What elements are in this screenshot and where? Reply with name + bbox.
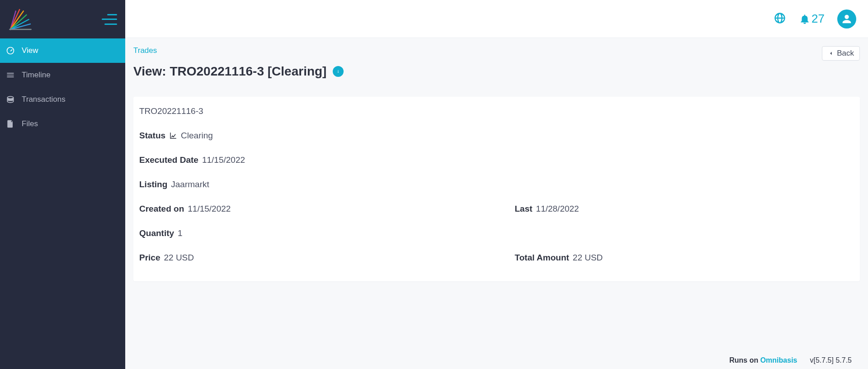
file-icon (5, 119, 15, 128)
back-button[interactable]: Back (822, 46, 860, 61)
sidebar-item-label: View (22, 46, 38, 55)
field-value: 11/15/2022 (188, 204, 231, 214)
notifications-button[interactable]: 27 (799, 12, 825, 26)
field-value: Jaarmarkt (171, 180, 209, 189)
footer-runs-prefix: Runs on (729, 356, 760, 364)
footer-brand-link[interactable]: Omnibasis (760, 356, 797, 364)
bell-icon (799, 13, 811, 25)
breadcrumb-trades[interactable]: Trades (133, 46, 157, 55)
field-value: 22 USD (164, 253, 194, 263)
user-icon (840, 13, 853, 25)
field-value: 1 (178, 228, 183, 238)
field-total-amount: Total Amount 22 USD (515, 253, 854, 263)
field-label: Total Amount (515, 253, 569, 263)
footer-runs-on: Runs on Omnibasis (729, 356, 797, 364)
menu-toggle-icon[interactable] (102, 14, 117, 25)
user-avatar[interactable] (837, 9, 856, 28)
info-icon (335, 68, 341, 75)
field-label: Last (515, 204, 533, 214)
line-chart-icon (169, 132, 177, 140)
main: 27 Trades Back View: TRO20221116-3 [Clea… (125, 0, 868, 369)
footer: Runs on Omnibasis v[5.7.5] 5.7.5 (133, 352, 860, 369)
order-id: TRO20221116-3 (139, 106, 854, 116)
field-label: Status (139, 131, 165, 141)
sidebar-item-view[interactable]: View (0, 38, 125, 63)
nav: View Timeline Transactions Files (0, 38, 125, 136)
field-label: Quantity (139, 228, 174, 238)
logo[interactable] (5, 6, 36, 33)
sidebar-item-label: Transactions (22, 95, 66, 104)
transactions-icon (5, 95, 15, 104)
sidebar-item-files[interactable]: Files (0, 112, 125, 136)
field-executed-date: Executed Date 11/15/2022 (139, 155, 854, 165)
field-label: Created on (139, 204, 184, 214)
sidebar-item-label: Files (22, 119, 38, 128)
field-price: Price 22 USD (139, 253, 479, 263)
page-title: View: TRO20221116-3 [Clearing] (133, 64, 326, 79)
field-value: Clearing (181, 131, 213, 141)
page-title-row: View: TRO20221116-3 [Clearing] (133, 64, 860, 79)
field-quantity: Quantity 1 (139, 228, 854, 238)
gauge-icon (5, 46, 15, 55)
back-button-label: Back (837, 49, 854, 58)
field-label: Executed Date (139, 155, 198, 165)
field-label: Listing (139, 180, 167, 189)
topbar: 27 (125, 0, 868, 38)
sidebar-item-label: Timeline (22, 71, 51, 80)
breadcrumb-row: Trades Back (133, 46, 860, 61)
field-last: Last 11/28/2022 (515, 204, 854, 214)
field-created-on: Created on 11/15/2022 (139, 204, 479, 214)
sidebar-item-transactions[interactable]: Transactions (0, 87, 125, 112)
chevron-left-icon (828, 50, 834, 57)
info-button[interactable] (333, 66, 344, 77)
sidebar-item-timeline[interactable]: Timeline (0, 63, 125, 87)
field-value: 22 USD (573, 253, 603, 263)
details-card: TRO20221116-3 Status Clearing Executed D… (133, 97, 860, 281)
field-listing: Listing Jaarmarkt (139, 180, 854, 189)
sidebar: View Timeline Transactions Files (0, 0, 125, 369)
field-status: Status Clearing (139, 131, 854, 141)
field-value: 11/15/2022 (202, 155, 245, 165)
timeline-icon (5, 71, 15, 80)
field-label: Price (139, 253, 160, 263)
field-value: 11/28/2022 (536, 204, 579, 214)
content: Trades Back View: TRO20221116-3 [Clearin… (125, 38, 868, 369)
notifications-count: 27 (811, 12, 825, 26)
sidebar-header (0, 0, 125, 38)
globe-icon[interactable] (774, 12, 786, 26)
footer-version: v[5.7.5] 5.7.5 (810, 356, 852, 364)
